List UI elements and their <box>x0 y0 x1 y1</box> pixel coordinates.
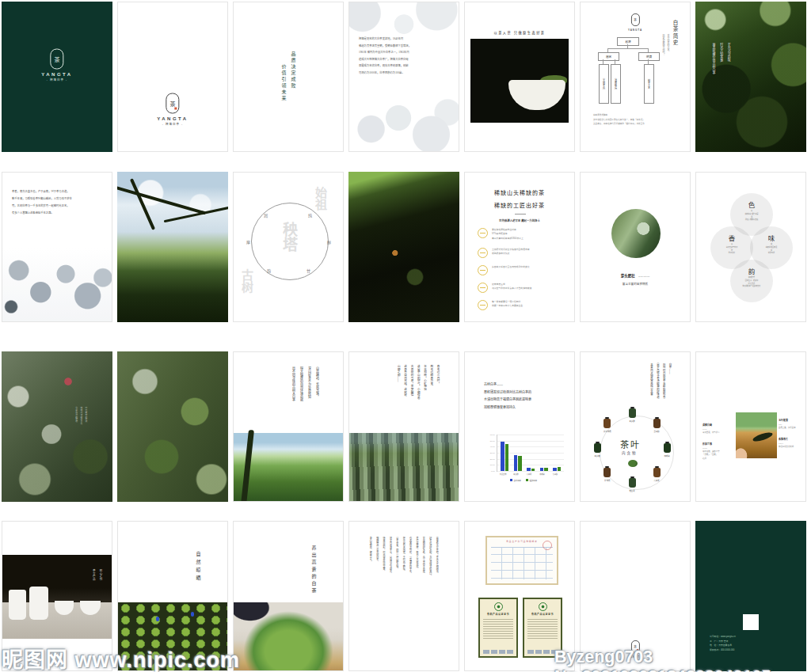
brand-latin: YANGTA <box>157 116 188 121</box>
brand-logo: 茶 YANGTA - 秧塔白茶 - <box>41 48 72 81</box>
certificate-logos <box>527 650 558 654</box>
jar-label: 茶多酚 <box>629 420 634 423</box>
bar-福建白茶 <box>531 469 535 471</box>
slogan-line-2: 价值引领未来 <box>280 64 287 102</box>
annotation-en: Nature <box>779 442 783 444</box>
annotation-desc: 毫香显露，香气诱人 <box>702 431 734 435</box>
tea-field-photo <box>234 433 343 501</box>
scarcity-bullet: 头春茶只采春分至谷雨形成汤中的变化 <box>478 265 566 275</box>
slogan-line-1: 品质决定成败 <box>290 51 297 89</box>
annotation-title: 玉叶般莹 <box>779 419 788 422</box>
bar-group <box>553 467 561 471</box>
withering-photo-page-2 <box>117 351 228 502</box>
legend-swatch <box>510 479 512 481</box>
faint-calligraphy-bl: 古树 <box>238 269 255 293</box>
bar-chart: 0.0%10.0%20.0%30.0%40.0%50.0%60.0%水浸出物茶多… <box>484 435 563 485</box>
org-column-2: 《滇南新语》 <box>611 64 621 104</box>
bullet-text: 远离喧嚣尘世 纯净空气孕育出令爱茶人不舍的独特味道 <box>492 283 531 291</box>
license-watermark: Byzeng0703 No.20210902184228049105 <box>554 647 811 672</box>
ring-char: 纯 <box>308 212 312 218</box>
bud-circle-photo <box>611 209 661 258</box>
jar-label: 氨基酸 <box>654 430 660 433</box>
brand-cn: - 秧塔白茶 - <box>47 77 67 81</box>
y-axis-tick: 50.0% <box>490 440 495 442</box>
annotation-title: 形如兰蕙 <box>702 442 712 446</box>
cups-photo: 匠心之作 茶文产品 <box>2 555 112 639</box>
y-axis-tick: 40.0% <box>490 446 495 447</box>
jar-icon: 氨基酸 <box>653 419 661 428</box>
brochure-row-2: 茶者，南方之嘉木也，产于云南，兴于茶马古道， 数千年来，马帮驮着茶叶翻山越岭，人… <box>0 172 811 322</box>
annotation-jade: 玉叶般莹 Jade 品质上乘，值得品鉴 <box>779 416 806 434</box>
annotation-title: 满披白毫 <box>702 423 712 427</box>
bar-古树白茶 <box>514 455 518 471</box>
jar-label: 维生素 <box>629 489 634 492</box>
brochure-row-1: 茶 YANGTA - 秧塔白茶 - 茶 YANGTA - 秧塔白茶 - 品质决定… <box>0 2 811 152</box>
logo-capsule-icon: 茶 <box>51 48 64 69</box>
contents-center-big: 茶叶 <box>620 438 641 450</box>
y-axis-tick: 10.0% <box>490 464 495 465</box>
worker-figure <box>191 612 194 617</box>
ring-char: 厚 <box>246 239 250 245</box>
tea-bowl-page: 以茶入世 只做原生态好茶 <box>464 2 575 152</box>
bud-desc: 富含丰富的营养物质 <box>581 282 690 286</box>
history-paragraph: 秧塔是驰名的大白茶发祥地，1840年间 被选为贡茶进贡皇朝，受朝廷眷顾下旨栽培，… <box>359 36 451 76</box>
caravan-paragraph: 茶者，南方之嘉木也，产于云南，兴于茶马古道， 数千年来，马帮驮着茶叶翻山越岭，人… <box>12 188 104 217</box>
venn-label: 韵 <box>730 266 773 275</box>
sun-dry-title: 自然晾晒 <box>195 552 202 583</box>
withering-vertical-text: 时光雕琢的痕迹 慢慢沉淀的是岁月 也是自然的馈赠 <box>74 407 89 478</box>
tea-horse-road-illustration <box>2 249 112 321</box>
brief-history-page: 茶 YANGTA 白茶简史 关于白茶的工艺， 历史记载始于何时？ 起源 唐宋 明… <box>580 2 691 152</box>
org-column-1: 《大观茶论》 <box>599 64 609 104</box>
scarcity-title-2: 稀缺的工匠出好茶 <box>465 201 574 209</box>
bar-古树白茶 <box>553 468 557 471</box>
organic-certificate: 有机产品认证证书 <box>478 598 518 658</box>
connector-line <box>607 48 649 49</box>
y-axis-tick: 20.0% <box>490 458 495 460</box>
bullet-text: 土壤肥沃无污染生长缓慢内含物质丰富 成熟稳健年份久远 <box>492 248 530 256</box>
logo-accent-dot <box>175 108 177 110</box>
venn-label: 味 <box>750 233 793 242</box>
organic-seal-icon <box>539 602 547 611</box>
venn-circle-charm: 韵 滋味醇厚 回甘生津、喉韵凉 喝后舒适 体感通畅茶气足韵味悠长 <box>730 260 773 302</box>
bullet-text: 景谷秧塔原始森林古树茶 97%森林覆盖率 高山云雾出好茶海拔1800米以上 <box>492 228 524 241</box>
license-table <box>491 547 553 579</box>
scarcity-bullets: 景谷秧塔原始森林古树茶 97%森林覆盖率 高山云雾出好茶海拔1800米以上 土壤… <box>478 228 566 317</box>
legend-item: 古树白茶 <box>510 479 521 482</box>
jar-icon: 儿茶素 <box>653 468 661 477</box>
chart-legend: 古树白茶福建白茶 <box>484 479 563 482</box>
annotation-nature: 素雅茶片 Nature 未经炒揉自然天成 <box>779 435 806 453</box>
bud-title: 芽头肥壮 <box>621 274 635 278</box>
terroir1-vertical-text: 山高路远，长风浩荡， 深山好茶不为外界所知 得天独厚的自然环境造就 出不同寻味的… <box>289 366 321 433</box>
front-cover-page: 茶 YANGTA - 秧塔白茶 - <box>2 2 112 152</box>
nipic-watermark: 昵图网 www.nipic.com <box>2 643 240 672</box>
org-branch-left-box: 唐宋 <box>598 52 619 61</box>
worker-figure <box>156 617 159 621</box>
jar-label: 矿物质 <box>604 479 610 482</box>
nipic-site-name: 昵图网 <box>2 648 68 672</box>
gridline <box>497 435 564 435</box>
venn-sub: 鲜 鲜爽甘甜回味足 甘 甘醇顺滑 <box>750 243 793 255</box>
venn-sub: 毫 满披白毫 银装素裹 汤 汤色清澈明亮杏黄 <box>730 210 773 222</box>
ring-char: 润 <box>264 212 268 218</box>
slogan-page: 品质决定成败 价值引领未来 <box>233 2 344 152</box>
tree-icon <box>478 248 488 258</box>
chart-plot-area <box>497 435 564 472</box>
x-axis-label: 儿茶素 <box>523 473 535 476</box>
annotation-title: 素雅茶片 <box>779 438 788 441</box>
history-text-page: 秧塔是驰名的大白茶发祥地，1840年间 被选为贡茶进贡皇朝，受朝廷眷顾下旨栽培，… <box>348 2 459 152</box>
contents-center-small: 内含物 <box>622 450 638 455</box>
ring-char: 甘 <box>307 268 310 273</box>
jar-label: 儿茶素 <box>654 479 660 482</box>
ring-char: 韵 <box>267 268 271 273</box>
bullet-text: 头春茶只采春分至谷雨形成汤中的变化 <box>492 265 530 269</box>
x-axis-label: 水浸出物 <box>497 473 509 476</box>
red-stamp-icon <box>543 541 552 550</box>
legend-item: 福建白茶 <box>526 479 537 482</box>
venn-sub: 毫 毫香蜜韵干草香 陈 陈香悠长 <box>710 243 753 255</box>
scarcity-bullet: 远离喧嚣尘世 纯净空气孕育出令爱茶人不舍的独特味道 <box>478 283 566 293</box>
bar-group <box>514 455 522 471</box>
jar-icon: 芳香物质 <box>603 419 611 428</box>
brand-latin: YANGTA <box>41 71 72 76</box>
certificate-text-lines <box>527 617 558 640</box>
inner-logo-page: 茶 YANGTA - 秧塔白茶 - <box>117 2 228 152</box>
